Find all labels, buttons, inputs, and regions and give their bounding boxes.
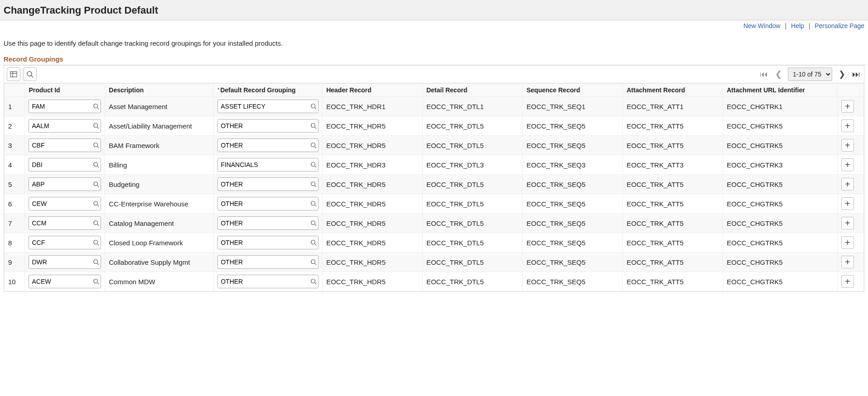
default-grouping-lookup-button[interactable] — [309, 123, 318, 129]
svg-line-44 — [315, 283, 317, 285]
add-row-button[interactable]: + — [841, 119, 854, 132]
add-row-button[interactable]: + — [841, 236, 854, 249]
new-window-link[interactable]: New Window — [743, 22, 781, 29]
add-row-button[interactable]: + — [841, 275, 854, 288]
sequence-record-header[interactable]: Sequence Record — [523, 84, 623, 97]
product-id-lookup-button[interactable] — [92, 123, 101, 129]
attachment-url-cell: EOCC_CHGTRK5 — [723, 116, 838, 136]
add-row-button[interactable]: + — [841, 178, 854, 191]
default-grouping-lookup-button[interactable] — [309, 200, 318, 207]
sequence-record-cell: EOCC_TRK_SEQ5 — [523, 214, 623, 233]
add-row-button[interactable]: + — [841, 217, 854, 229]
add-row-button[interactable]: + — [841, 158, 854, 171]
description-cell: Asset/Liability Management — [105, 116, 214, 136]
default-grouping-lookup-button[interactable] — [309, 259, 318, 265]
product-id-input[interactable] — [29, 142, 92, 149]
default-grouping-header[interactable]: *Default Record Grouping — [214, 84, 323, 97]
add-row-button[interactable]: + — [841, 256, 854, 268]
product-id-input[interactable] — [29, 219, 92, 227]
grid-navigation: ⏮ ❮ 1-10 of 75 ❯ ⏭ — [759, 67, 861, 81]
default-grouping-input[interactable] — [218, 181, 309, 188]
default-grouping-header-label: Default Record Grouping — [220, 86, 295, 94]
attachment-url-header[interactable]: Attachment URL Identifier — [723, 84, 838, 97]
product-id-lookup-button[interactable] — [92, 278, 101, 285]
default-grouping-input[interactable] — [218, 219, 309, 227]
product-id-cell — [25, 194, 105, 214]
default-grouping-prompt — [217, 119, 318, 133]
attachment-record-cell: EOCC_TRK_ATT5 — [623, 194, 723, 214]
default-grouping-prompt — [217, 236, 318, 249]
product-id-lookup-button[interactable] — [92, 220, 101, 226]
product-id-lookup-button[interactable] — [92, 200, 101, 207]
product-id-input[interactable] — [29, 239, 92, 246]
product-id-input[interactable] — [29, 181, 92, 188]
default-grouping-input[interactable] — [218, 161, 309, 168]
svg-point-31 — [311, 221, 315, 225]
prev-page-icon[interactable]: ❮ — [773, 69, 783, 79]
search-icon — [93, 103, 99, 110]
add-row-button[interactable]: + — [841, 100, 854, 113]
default-grouping-input[interactable] — [218, 278, 309, 285]
product-id-lookup-button[interactable] — [92, 162, 101, 168]
default-grouping-cell — [214, 272, 323, 291]
header-record-cell: EOCC_TRK_HDR5 — [323, 272, 423, 291]
personalize-page-link[interactable]: Personalize Page — [815, 22, 864, 29]
search-icon — [93, 239, 99, 246]
default-grouping-lookup-button[interactable] — [309, 181, 318, 187]
search-icon — [93, 200, 99, 207]
attachment-url-cell: EOCC_CHGTRK1 — [723, 97, 838, 116]
header-record-cell: EOCC_TRK_HDR5 — [323, 175, 423, 194]
product-id-input[interactable] — [29, 103, 92, 110]
plus-icon: + — [845, 140, 850, 151]
row-number-cell: 1 — [5, 97, 25, 116]
description-header[interactable]: Description — [105, 84, 214, 97]
default-grouping-prompt — [217, 255, 318, 269]
last-page-icon[interactable]: ⏭ — [851, 70, 861, 79]
default-grouping-input[interactable] — [218, 122, 309, 129]
product-id-lookup-button[interactable] — [92, 259, 101, 265]
svg-point-3 — [27, 72, 32, 76]
help-link[interactable]: Help — [791, 22, 804, 29]
default-grouping-lookup-button[interactable] — [309, 278, 318, 285]
grid-find-button[interactable] — [23, 67, 37, 81]
header-record-cell: EOCC_TRK_HDR3 — [323, 155, 423, 175]
default-grouping-input[interactable] — [218, 142, 309, 149]
product-id-input[interactable] — [29, 122, 92, 129]
attachment-record-header[interactable]: Attachment Record — [623, 84, 723, 97]
default-grouping-input[interactable] — [218, 239, 309, 246]
header-record-header[interactable]: Header Record — [323, 84, 423, 97]
default-grouping-lookup-button[interactable] — [309, 220, 318, 226]
row-number-cell: 4 — [5, 155, 25, 175]
product-id-input[interactable] — [29, 258, 92, 266]
add-row-cell: + — [837, 116, 863, 136]
product-id-input[interactable] — [29, 161, 92, 168]
grid-settings-button[interactable] — [7, 67, 20, 81]
detail-record-cell: EOCC_TRK_DTL5 — [423, 116, 523, 136]
default-grouping-lookup-button[interactable] — [309, 162, 318, 168]
detail-record-cell: EOCC_TRK_DTL5 — [423, 233, 523, 253]
default-grouping-lookup-button[interactable] — [309, 142, 318, 148]
detail-record-header[interactable]: Detail Record — [423, 84, 523, 97]
product-id-input[interactable] — [29, 278, 92, 285]
product-id-lookup-button[interactable] — [92, 103, 101, 110]
default-grouping-input[interactable] — [218, 258, 309, 266]
product-id-lookup-button[interactable] — [92, 239, 101, 246]
first-page-icon[interactable]: ⏮ — [759, 70, 769, 79]
default-grouping-lookup-button[interactable] — [309, 239, 318, 246]
add-row-button[interactable]: + — [841, 197, 854, 210]
product-id-lookup-button[interactable] — [92, 142, 101, 148]
pager-range-select[interactable]: 1-10 of 75 — [788, 67, 832, 81]
next-page-icon[interactable]: ❯ — [837, 69, 847, 79]
default-grouping-input[interactable] — [218, 200, 309, 207]
product-id-header[interactable]: Product Id — [25, 84, 105, 97]
add-row-button[interactable]: + — [841, 139, 854, 152]
page-title: ChangeTracking Product Default — [4, 5, 864, 16]
default-grouping-lookup-button[interactable] — [309, 103, 318, 110]
svg-point-39 — [311, 260, 315, 264]
product-id-input[interactable] — [29, 200, 92, 207]
attachment-record-cell: EOCC_TRK_ATT5 — [623, 175, 723, 194]
default-grouping-input[interactable] — [218, 103, 309, 110]
default-grouping-cell — [214, 155, 323, 175]
product-id-lookup-button[interactable] — [92, 181, 101, 187]
sequence-record-cell: EOCC_TRK_SEQ3 — [523, 155, 623, 175]
